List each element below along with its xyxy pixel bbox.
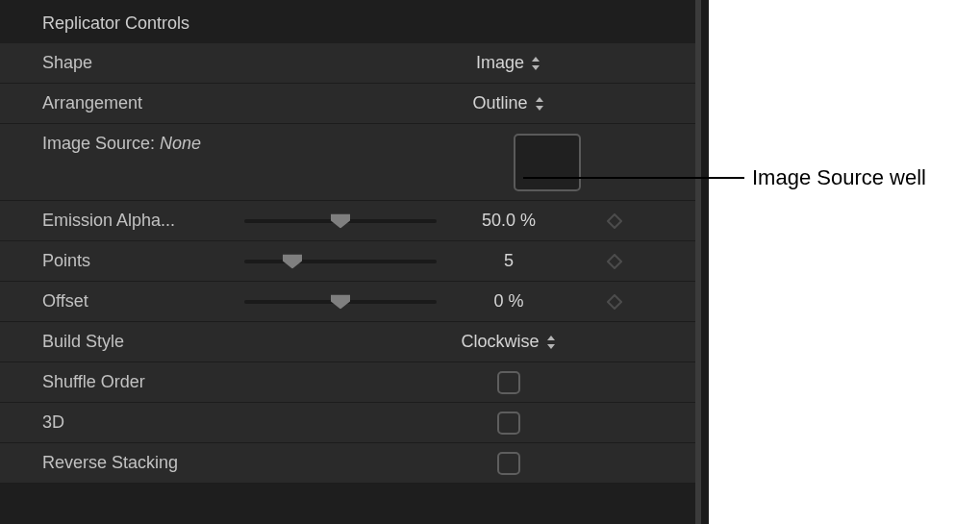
label-image-source: Image Source: None (42, 134, 235, 154)
label-shape: Shape (42, 53, 235, 73)
row-reverse-stacking: Reverse Stacking (0, 443, 706, 484)
inspector-panel: Replicator Controls Shape Image Arrangem… (0, 0, 706, 524)
row-shuffle-order: Shuffle Order (0, 362, 706, 403)
build-style-select-value: Clockwise (461, 332, 539, 352)
3d-checkbox[interactable] (497, 412, 520, 435)
row-points: Points 5 (0, 241, 706, 282)
row-3d: 3D (0, 403, 706, 443)
image-source-well[interactable] (514, 134, 581, 191)
shape-select[interactable]: Image (476, 53, 541, 73)
keyframe-diamond-icon[interactable] (607, 254, 622, 269)
label-arrangement: Arrangement (42, 93, 235, 113)
points-value[interactable]: 5 (437, 251, 581, 271)
keyframe-diamond-icon[interactable] (607, 213, 622, 229)
panel-edge-shadow (701, 0, 709, 524)
offset-slider[interactable] (244, 291, 437, 312)
reverse-stacking-checkbox[interactable] (497, 452, 520, 475)
label-offset: Offset (42, 291, 235, 312)
shuffle-order-checkbox[interactable] (497, 371, 520, 394)
chevron-up-down-icon (530, 56, 541, 71)
row-shape: Shape Image (0, 43, 706, 84)
row-emission-alpha: Emission Alpha... 50.0 % (0, 201, 706, 241)
row-image-source: Image Source: None (0, 124, 706, 201)
build-style-select[interactable]: Clockwise (461, 332, 556, 352)
section-title: Replicator Controls (0, 10, 706, 43)
shape-select-value: Image (476, 53, 524, 73)
chevron-up-down-icon (534, 96, 545, 112)
label-build-style: Build Style (42, 332, 235, 352)
row-build-style: Build Style Clockwise (0, 322, 706, 362)
image-source-value: None (160, 134, 201, 153)
label-emission-alpha: Emission Alpha... (42, 211, 235, 231)
points-slider[interactable] (244, 251, 437, 272)
chevron-up-down-icon (545, 335, 557, 350)
row-offset: Offset 0 % (0, 282, 706, 322)
label-reverse-stacking: Reverse Stacking (42, 453, 235, 473)
row-arrangement: Arrangement Outline (0, 84, 706, 124)
label-shuffle-order: Shuffle Order (42, 372, 235, 392)
slider-thumb-icon (283, 254, 302, 268)
arrangement-select-value: Outline (472, 93, 527, 113)
callout-line (523, 177, 744, 179)
emission-alpha-value[interactable]: 50.0 % (437, 211, 581, 231)
emission-alpha-slider[interactable] (244, 211, 437, 232)
slider-thumb-icon (331, 294, 350, 309)
label-3d: 3D (42, 412, 235, 433)
offset-value[interactable]: 0 % (437, 291, 581, 312)
label-image-source-text: Image Source: (42, 134, 155, 153)
label-points: Points (42, 251, 235, 271)
callout-text: Image Source well (752, 165, 926, 190)
slider-thumb-icon (331, 213, 350, 228)
keyframe-diamond-icon[interactable] (607, 294, 622, 310)
arrangement-select[interactable]: Outline (472, 93, 544, 113)
